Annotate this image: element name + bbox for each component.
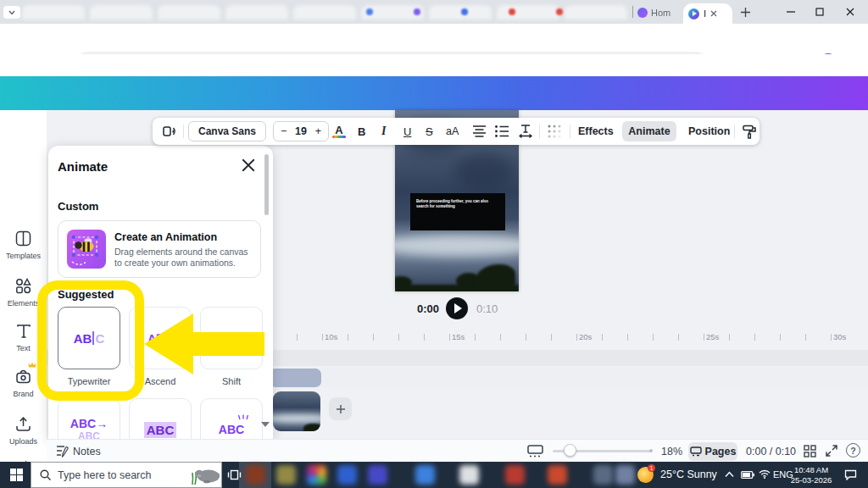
sidebar-item-uploads[interactable]: Uploads <box>0 416 47 446</box>
grid-view-button[interactable] <box>804 445 816 458</box>
font-size-value[interactable]: 19 <box>295 125 307 137</box>
browser-tab[interactable] <box>225 5 288 19</box>
text-color-button[interactable]: A <box>332 118 346 145</box>
taskbar-app-icon[interactable] <box>548 465 567 485</box>
play-button[interactable] <box>446 297 468 319</box>
divider <box>632 6 633 18</box>
animation-tile-rise[interactable]: ABC→ ABC <box>58 398 120 439</box>
fullscreen-button[interactable] <box>826 445 837 457</box>
browser-tab[interactable] <box>293 5 356 19</box>
scroll-down-icon[interactable] <box>261 422 270 427</box>
paint-roller-icon[interactable] <box>743 125 757 139</box>
window-minimize-button[interactable] <box>776 0 805 24</box>
duration-display: 0:00 / 0:10 <box>746 446 796 458</box>
elements-icon <box>15 278 31 294</box>
animation-tile-ascend[interactable]: ABC <box>129 307 192 369</box>
start-button[interactable] <box>10 469 23 481</box>
browser-tab[interactable] <box>22 5 85 19</box>
chevron-down-icon <box>8 10 15 15</box>
browser-tab-strip: Hom I <box>0 0 868 24</box>
alignment-button[interactable] <box>473 125 486 137</box>
divider <box>539 125 540 138</box>
panel-scrollbar[interactable] <box>264 154 269 215</box>
help-button[interactable]: ? <box>846 443 860 458</box>
bold-button[interactable]: B <box>358 118 365 145</box>
browser-tab[interactable] <box>158 5 220 19</box>
suggested-section-label: Suggested <box>58 288 114 301</box>
notification-center-icon[interactable] <box>844 469 857 480</box>
animate-button[interactable]: Animate <box>622 121 676 141</box>
panel-close-button[interactable] <box>241 158 256 173</box>
create-animation-card[interactable]: Create an Animation Drag elements around… <box>58 220 261 278</box>
timeline-view-icon[interactable] <box>527 445 543 458</box>
text-case-button[interactable]: aA <box>446 118 459 145</box>
animation-tile-shift[interactable]: ABC <box>200 307 263 369</box>
cloud-shape <box>454 152 514 191</box>
ground-silhouette <box>395 285 519 291</box>
page-thumbnail[interactable] <box>273 391 320 431</box>
tab-title: Hom <box>651 8 670 18</box>
list-button[interactable] <box>495 125 509 137</box>
position-button[interactable]: Position <box>688 118 730 145</box>
browser-tab[interactable] <box>429 5 492 19</box>
total-time-label: 0:10 <box>476 302 498 315</box>
tray-chevron-up-icon[interactable] <box>725 471 734 478</box>
font-size-increase-button[interactable]: + <box>315 125 321 137</box>
italic-button[interactable]: I <box>381 118 386 145</box>
window-restore-button[interactable] <box>805 0 834 24</box>
taskbar-app-icon[interactable] <box>246 465 265 485</box>
timeline-clip[interactable] <box>270 369 321 387</box>
weather-text[interactable]: 25°C Sunny <box>660 469 717 480</box>
new-tab-button[interactable] <box>731 0 760 24</box>
taskbar-app-icon[interactable] <box>505 465 525 485</box>
animation-tile-pop[interactable]: ABC <box>200 398 263 439</box>
taskbar-app-icon[interactable] <box>337 465 357 485</box>
battery-icon[interactable] <box>741 471 754 479</box>
create-animation-title: Create an Animation <box>114 231 217 243</box>
notes-button[interactable]: Notes <box>73 446 101 458</box>
format-toolbar: Canva Sans − 19 + A B I U S aA Effects A… <box>153 118 760 145</box>
sidebar-item-text[interactable]: Text <box>0 324 47 352</box>
window-close-button[interactable] <box>836 0 865 24</box>
taskbar-app-icon[interactable] <box>276 465 296 485</box>
taskbar-app-icon[interactable] <box>459 465 479 485</box>
animation-tile-typewriter[interactable]: ABC <box>58 307 120 369</box>
taskbar-app-icon[interactable] <box>593 465 613 485</box>
pages-button[interactable]: Pages <box>688 442 737 461</box>
browser-tab[interactable] <box>497 5 559 19</box>
taskbar-app-icon[interactable] <box>307 465 326 485</box>
cloud-band <box>395 236 519 256</box>
taskbar-clock[interactable]: 10:48 AM 25-03-2026 <box>788 465 834 485</box>
transparency-button[interactable] <box>548 125 561 138</box>
taskbar-app-icon[interactable] <box>615 465 635 485</box>
tab-close-icon[interactable] <box>710 10 717 17</box>
zoom-slider-knob[interactable] <box>564 444 576 457</box>
taskbar-app-icon[interactable] <box>415 465 435 485</box>
taskbar-search-box[interactable]: Type here to search <box>31 462 222 488</box>
browser-tab-active[interactable]: I <box>683 3 732 24</box>
tab-search-button[interactable] <box>3 6 20 19</box>
animation-tile-block[interactable]: ABC <box>129 398 192 439</box>
add-page-button[interactable] <box>329 397 352 420</box>
browser-tab-home[interactable]: Hom <box>637 4 682 20</box>
taskbar-app-icon[interactable] <box>368 465 387 485</box>
video-text-box[interactable]: Before proceeding further, you can also … <box>410 193 505 230</box>
uploads-icon <box>15 416 31 432</box>
spacing-button[interactable] <box>519 125 532 138</box>
browser-tab[interactable] <box>565 5 627 19</box>
strikethrough-button[interactable]: S <box>426 118 433 145</box>
sidebar-item-templates[interactable]: Templates <box>0 230 47 260</box>
browser-tab[interactable] <box>90 5 153 19</box>
underline-button[interactable]: U <box>403 118 411 145</box>
sidebar-item-elements[interactable]: Elements <box>0 278 47 308</box>
font-select[interactable]: Canva Sans <box>188 121 266 141</box>
custom-section-label: Custom <box>58 200 98 213</box>
read-aloud-icon[interactable] <box>163 125 178 138</box>
wifi-icon[interactable] <box>759 469 771 479</box>
plus-icon <box>336 404 346 414</box>
effects-button[interactable]: Effects <box>578 118 614 145</box>
sidebar-item-brand[interactable]: Brand <box>0 369 47 398</box>
font-size-stepper: − 19 + <box>273 121 329 141</box>
font-size-decrease-button[interactable]: − <box>281 125 287 137</box>
restore-icon <box>815 8 824 16</box>
